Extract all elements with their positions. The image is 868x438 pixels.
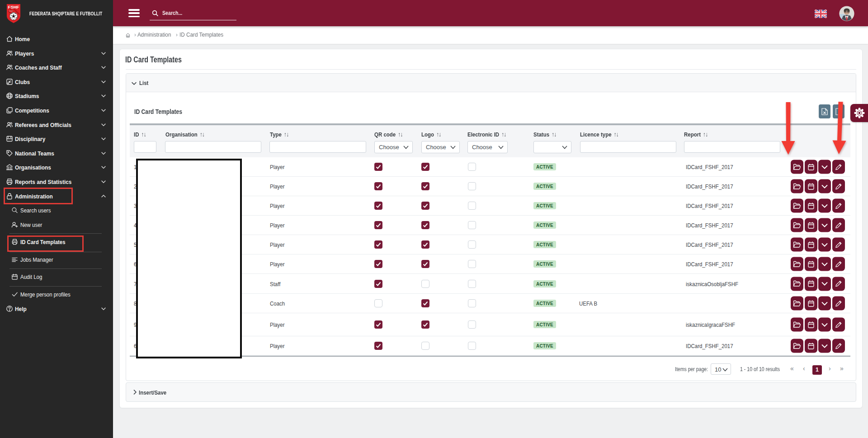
svg-text:FSHF: FSHF (8, 5, 19, 9)
svg-text:1930: 1930 (9, 10, 14, 12)
